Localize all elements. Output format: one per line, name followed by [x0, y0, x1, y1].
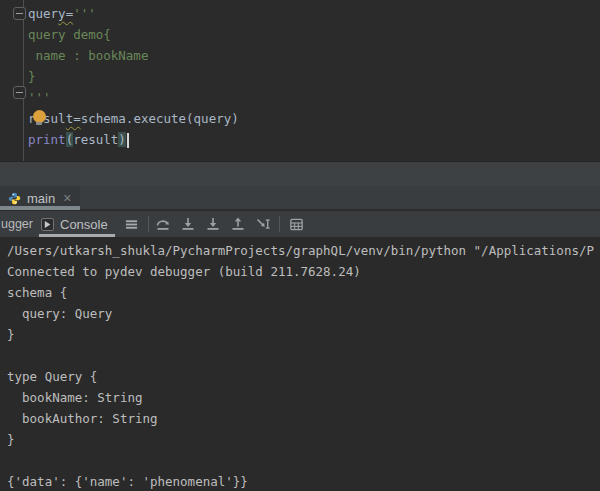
debug-toolwindow-header: main ×	[0, 162, 600, 210]
console-line	[7, 450, 600, 471]
console-line: bookAuthor: String	[7, 408, 600, 429]
tab-console[interactable]: Console	[39, 211, 115, 237]
close-icon[interactable]: ×	[63, 191, 71, 205]
code-segment: result	[73, 132, 118, 147]
fold-collapse-end-icon[interactable]	[13, 86, 26, 99]
session-tab-label: main	[27, 191, 55, 206]
toolbar-divider	[148, 216, 149, 232]
console-line	[7, 345, 600, 366]
debug-toolbar: ugger Console	[0, 211, 600, 237]
session-tab-row: main ×	[0, 186, 600, 210]
tab-main-session[interactable]: main ×	[0, 186, 80, 210]
code-line[interactable]: '''	[28, 87, 239, 108]
code-segment: print	[28, 132, 66, 147]
code-segment: }	[28, 69, 36, 84]
code-line[interactable]: query='''	[28, 3, 239, 24]
code-line[interactable]: }	[28, 66, 239, 87]
menu-icon[interactable]	[124, 216, 140, 232]
code-segment: schema.execute(query)	[81, 111, 239, 126]
code-line[interactable]: query demo{	[28, 24, 239, 45]
code-segment: '''	[28, 90, 51, 105]
run-to-cursor-icon[interactable]	[255, 216, 271, 232]
evaluate-expression-icon[interactable]	[289, 216, 305, 232]
console-line: Connected to pydev debugger (build 211.7…	[7, 261, 600, 282]
code-editor[interactable]: query='''query demo{ name : bookName}'''…	[0, 0, 600, 161]
code-line[interactable]: print(result)	[28, 129, 239, 150]
pycharm-window: query='''query demo{ name : bookName}'''…	[0, 0, 600, 491]
console-line: }	[7, 429, 600, 450]
step-over-icon[interactable]	[155, 216, 171, 232]
console-line: type Query {	[7, 366, 600, 387]
fold-collapse-icon[interactable]	[13, 7, 26, 20]
step-out-icon[interactable]	[230, 216, 246, 232]
console-line: bookName: String	[7, 387, 600, 408]
console-line: schema {	[7, 282, 600, 303]
code-line[interactable]: name : bookName	[28, 45, 239, 66]
code-segment: name : bookName	[28, 48, 148, 63]
step-into-icon[interactable]	[180, 216, 196, 232]
console-line: /Users/utkarsh_shukla/PycharmProjects/gr…	[7, 240, 600, 261]
toolbar-divider	[279, 216, 280, 232]
intention-bulb-icon[interactable]	[33, 110, 46, 123]
tab-debugger-partial[interactable]: ugger	[1, 217, 31, 231]
console-line: query: Query	[7, 303, 600, 324]
python-logo-icon	[8, 192, 21, 205]
code-line[interactable]: result=schema.execute(query)	[28, 108, 239, 129]
code-segment: y=	[58, 6, 73, 21]
console-output[interactable]: /Users/utkarsh_shukla/PycharmProjects/gr…	[0, 237, 600, 491]
code-segment: )	[118, 132, 126, 147]
force-step-into-icon[interactable]	[205, 216, 221, 232]
code-segment: t=	[66, 111, 81, 126]
text-caret	[127, 133, 129, 148]
console-line: {'data': {'name': 'phenomenal'}}	[7, 471, 600, 491]
console-line: }	[7, 324, 600, 345]
code-segment: quer	[28, 6, 58, 21]
code-segment: query demo{	[28, 27, 111, 42]
code-segment: '''	[73, 6, 96, 21]
console-tab-label: Console	[60, 217, 108, 232]
gutter-divider	[23, 0, 24, 161]
code-text[interactable]: query='''query demo{ name : bookName}'''…	[28, 3, 239, 150]
console-icon	[41, 218, 54, 231]
